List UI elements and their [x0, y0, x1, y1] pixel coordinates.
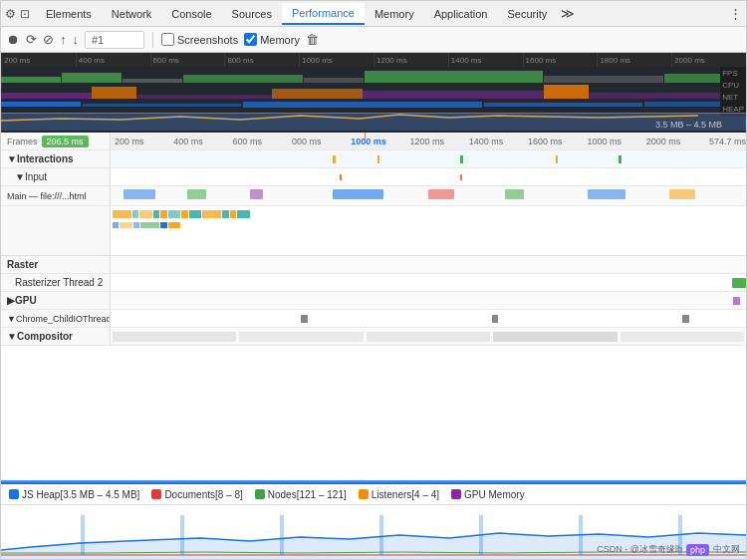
settings-icon[interactable]: ⋮ [729, 6, 742, 21]
tab-network[interactable]: Network [102, 4, 161, 24]
performance-content: Frames 206.5 ms 200 ms 400 ms 600 ms 000… [1, 133, 746, 480]
activity-bar [168, 210, 181, 218]
main-label: Main — file:///...html [1, 186, 111, 205]
tick-1200ms: 1200 ms [409, 137, 468, 146]
main-block [250, 189, 263, 199]
tab-security[interactable]: Security [497, 4, 557, 24]
activity-bar [160, 210, 166, 218]
interactions-track[interactable] [111, 150, 746, 167]
net-bar [243, 102, 481, 108]
raster-green-bar [732, 278, 746, 288]
tick-200ms: 200 ms [111, 137, 173, 146]
reload-button[interactable]: ⟳ [26, 32, 37, 47]
record-button[interactable]: ⏺ [7, 32, 20, 47]
screenshots-toggle[interactable]: Screenshots [161, 33, 238, 46]
raster-label: Raster [1, 256, 111, 273]
badge-2: 574.7 ms [709, 137, 746, 146]
interaction-mark [377, 155, 379, 163]
tab-application[interactable]: Application [424, 4, 498, 24]
activity-area [1, 206, 746, 256]
jsheap-dot [9, 489, 19, 499]
stop-button[interactable]: ⊘ [43, 32, 54, 47]
nodes-dot [255, 489, 265, 499]
input-mark [340, 174, 342, 180]
sub-bar [133, 222, 139, 228]
upload-button[interactable]: ↑ [60, 32, 67, 47]
red-arrow-1: ↑ [361, 133, 369, 142]
download-button[interactable]: ↓ [73, 32, 80, 47]
activity-track[interactable] [111, 206, 746, 255]
side-labels: FPS CPU NET HEAP [720, 67, 746, 117]
tab-memory[interactable]: Memory [365, 4, 424, 24]
fps-bar [62, 73, 122, 83]
cpu-label: CPU [722, 80, 744, 92]
compositor-bar [113, 332, 236, 342]
toolbar: ⏺ ⟳ ⊘ ↑ ↓ Screenshots Memory 🗑 [1, 27, 746, 53]
rasterizer-label: Rasterizer Thread 2 [1, 274, 111, 291]
compositor-label: ▼ Compositor [1, 328, 111, 345]
marker-2 [180, 515, 184, 555]
devtools-icon[interactable]: ⚙ [5, 7, 16, 21]
raster-track[interactable] [111, 256, 746, 273]
compositor-row: ▼ Compositor [1, 328, 746, 346]
fps-bar [304, 78, 364, 83]
fps-label: FPS [722, 68, 744, 80]
gpu-text: GPU [15, 295, 37, 306]
tick-800: 800 ms [224, 53, 299, 67]
main-track[interactable] [111, 186, 746, 205]
childio-triangle: ▼ [7, 314, 16, 324]
devtools-window: ⚙ ⊡ Elements Network Console Sources Per… [0, 0, 747, 560]
marker-1 [81, 515, 85, 555]
dock-icon[interactable]: ⊡ [20, 7, 30, 21]
interaction-mark [460, 155, 463, 163]
flame-ruler: 200 ms 400 ms 600 ms 800 ms 1000 ms 1200… [1, 53, 746, 67]
sub-bar [168, 222, 181, 228]
trash-button[interactable]: 🗑 [306, 32, 319, 47]
input-track[interactable] [111, 168, 746, 185]
rasterizer-track[interactable] [111, 274, 746, 291]
interaction-mark [556, 155, 558, 163]
childio-bar [682, 315, 688, 323]
cpu-bar [272, 89, 363, 99]
main-block [333, 189, 383, 199]
tick-2000: 2000 ms [671, 53, 746, 67]
memory-toggle[interactable]: Memory [244, 33, 300, 46]
tab-console[interactable]: Console [161, 4, 221, 24]
tab-sources[interactable]: Sources [222, 4, 282, 24]
activity-bar [132, 210, 138, 218]
jsheap-label: JS Heap[3.5 MB – 4.5 MB] [22, 489, 139, 500]
legend-documents: Documents[8 – 8] [151, 489, 242, 500]
cpu-bar [544, 85, 589, 99]
childio-track[interactable] [111, 310, 746, 327]
memory-graph[interactable]: CSDN - @冰雪奇缘lb php 中文网 [1, 504, 746, 559]
more-tabs-icon[interactable]: ≫ [561, 6, 575, 21]
compositor-bar [239, 332, 363, 342]
fps-bar [123, 79, 182, 83]
activity-bar [202, 210, 221, 218]
main-block [124, 189, 155, 199]
nodes-label: Nodes[121 – 121] [268, 489, 347, 500]
raster-row: Raster [1, 256, 746, 274]
activity-bar [230, 210, 236, 218]
marker-6 [579, 515, 583, 555]
php-badge: php [686, 544, 709, 556]
documents-dot [151, 489, 161, 499]
main-block [588, 189, 625, 199]
ruler-label: Frames 206.5 ms [1, 133, 111, 149]
memory-checkbox[interactable] [244, 33, 257, 46]
cpu-bar [136, 95, 272, 99]
tab-elements[interactable]: Elements [36, 4, 102, 24]
ruler-track[interactable]: 200 ms 400 ms 600 ms 000 ms 1000 ms ↑ 12… [111, 133, 746, 149]
tab-performance[interactable]: Performance [282, 3, 365, 25]
screenshots-checkbox[interactable] [161, 33, 174, 46]
url-input[interactable] [85, 31, 144, 49]
main-block [669, 189, 695, 199]
compositor-track[interactable] [111, 328, 746, 345]
activity-bar [113, 210, 131, 218]
input-row: ▼ Input [1, 168, 746, 186]
input-label: ▼ Input [1, 168, 111, 185]
raster-text: Raster [7, 259, 38, 270]
interactions-text: Interactions [17, 153, 74, 164]
gpu-track[interactable] [111, 292, 746, 309]
main-block [187, 189, 206, 199]
